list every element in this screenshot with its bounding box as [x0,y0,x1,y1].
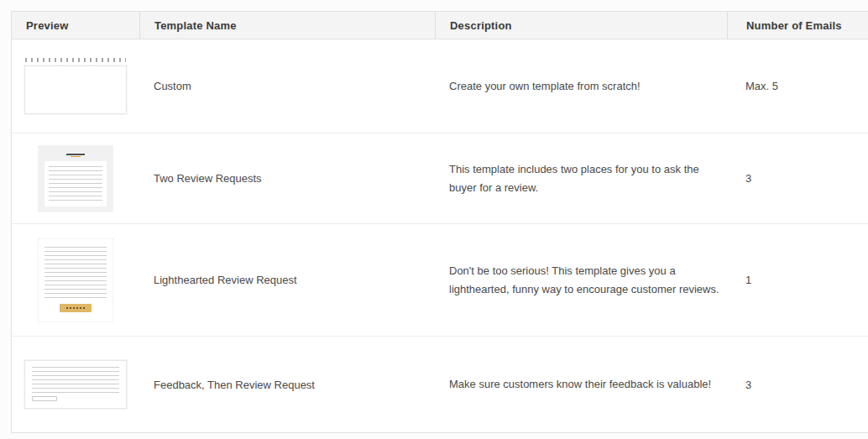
template-description: Create your own template from scratch! [449,77,728,95]
email-text-lines [44,247,107,299]
column-header-number-of-emails: Number of Emails [727,12,868,39]
number-of-emails: Max. 5 [727,80,868,92]
email-with-logo-thumbnail [38,145,113,212]
email-templates-table: Preview Template Name Description Number… [11,11,868,433]
column-header-description: Description [435,12,727,39]
cta-button-label-dots [66,307,85,309]
template-description: Make sure customers know their feedback … [449,375,728,393]
template-name: Custom [139,80,435,92]
number-of-emails: 3 [727,379,868,391]
column-header-preview: Preview [12,12,139,39]
logo-accent-swash [71,156,81,157]
table-row-custom[interactable]: Custom Create your own template from scr… [12,39,868,133]
email-text-lines [49,166,102,201]
template-description: This template includes two places for yo… [449,160,728,196]
blank-editor-canvas [24,65,127,114]
column-header-template-name: Template Name [139,12,435,39]
blank-editor-thumbnail [24,58,127,114]
preview-cell[interactable] [12,145,139,212]
store-logo [66,154,85,155]
email-text-lines [32,367,119,394]
template-description: Don't be too serious! This template give… [449,262,728,298]
feedback-email-thumbnail [24,360,127,409]
email-with-gold-button-thumbnail [38,238,113,322]
table-header-row: Preview Template Name Description Number… [12,12,868,39]
preview-cell[interactable] [12,238,139,322]
table-row-two-review-requests[interactable]: Two Review Requests This template includ… [12,133,868,224]
preview-cell[interactable] [12,58,139,114]
email-body [44,161,107,206]
table-row-lighthearted-review-request[interactable]: Lighthearted Review Request Don't be too… [12,224,868,337]
editor-toolbar-icons-strip [25,58,126,62]
preview-cell[interactable] [12,360,139,409]
template-name: Two Review Requests [139,172,435,185]
gold-cta-button [60,304,92,312]
number-of-emails: 1 [727,274,868,286]
number-of-emails: 3 [727,172,868,185]
outlined-feedback-button [32,396,57,401]
template-name: Lighthearted Review Request [139,274,435,286]
template-name: Feedback, Then Review Request [139,379,435,391]
templates-page: { "table": { "columns": [ { "label": "Pr… [0,0,868,439]
table-row-feedback-then-review-request[interactable]: Feedback, Then Review Request Make sure … [12,337,868,432]
